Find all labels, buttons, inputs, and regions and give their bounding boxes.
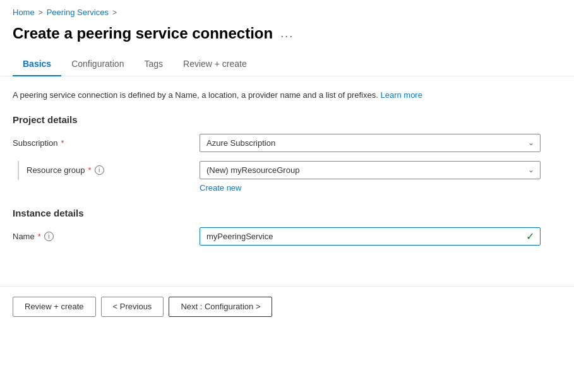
subscription-dropdown-wrapper: Azure Subscription ⌄ [200, 134, 541, 152]
subscription-row: Subscription * Azure Subscription ⌄ [13, 134, 561, 152]
next-button[interactable]: Next : Configuration > [169, 297, 272, 317]
indent-bar [18, 161, 19, 180]
subscription-control: Azure Subscription ⌄ [200, 134, 561, 152]
name-valid-icon: ✓ [526, 230, 534, 242]
info-text: A peering service connection is defined … [13, 89, 561, 102]
tab-tags[interactable]: Tags [134, 52, 173, 76]
subscription-required: * [61, 138, 64, 148]
previous-button[interactable]: < Previous [101, 297, 164, 317]
subscription-label: Subscription [13, 138, 58, 148]
resource-group-info-icon[interactable]: i [95, 165, 104, 175]
breadcrumb-sep2: > [112, 8, 117, 17]
page-title: Create a peering service connection [13, 25, 273, 42]
review-create-button[interactable]: Review + create [13, 297, 96, 317]
breadcrumb-sep1: > [39, 8, 43, 17]
breadcrumb-peering-services[interactable]: Peering Services [47, 8, 109, 17]
subscription-label-col: Subscription * [13, 134, 189, 148]
subscription-dropdown[interactable]: Azure Subscription [200, 134, 541, 152]
resource-group-control: (New) myResourceGroup ⌄ Create new [200, 161, 561, 193]
resource-group-required: * [88, 165, 92, 175]
name-info-icon[interactable]: i [44, 232, 54, 241]
tab-review-create[interactable]: Review + create [173, 52, 257, 76]
name-input-wrapper: ✓ [200, 227, 541, 246]
instance-details-section: Instance details Name * i ✓ [13, 208, 561, 246]
tab-configuration[interactable]: Configuration [61, 52, 134, 76]
resource-group-dropdown-wrapper: (New) myResourceGroup ⌄ [200, 161, 541, 179]
resource-group-label-col: Resource group * i [13, 161, 189, 180]
tab-basics[interactable]: Basics [13, 52, 61, 76]
project-details-section: Project details Subscription * Azure Sub… [13, 114, 561, 193]
breadcrumb-home[interactable]: Home [13, 8, 35, 17]
project-details-title: Project details [13, 114, 561, 125]
name-row: Name * i ✓ [13, 227, 561, 246]
name-label: Name [13, 232, 35, 241]
resource-group-row: Resource group * i (New) myResourceGroup… [13, 161, 561, 193]
name-input[interactable] [200, 227, 541, 246]
resource-group-dropdown[interactable]: (New) myResourceGroup [200, 161, 541, 179]
name-label-col: Name * i [13, 227, 189, 241]
name-required: * [38, 232, 41, 241]
name-control: ✓ [200, 227, 561, 246]
footer: Review + create < Previous Next : Config… [0, 287, 574, 327]
instance-details-title: Instance details [13, 208, 561, 218]
main-content: A peering service connection is defined … [0, 76, 574, 273]
page-menu-dots[interactable]: ... [280, 27, 294, 40]
resource-group-label: Resource group [27, 165, 85, 175]
resource-group-label-inner: Resource group * i [27, 161, 104, 175]
tabs-container: Basics Configuration Tags Review + creat… [0, 52, 574, 76]
breadcrumb: Home > Peering Services > [0, 0, 574, 22]
page-header: Create a peering service connection ... [0, 22, 574, 52]
learn-more-link[interactable]: Learn more [380, 90, 422, 100]
create-new-link[interactable]: Create new [200, 183, 241, 193]
